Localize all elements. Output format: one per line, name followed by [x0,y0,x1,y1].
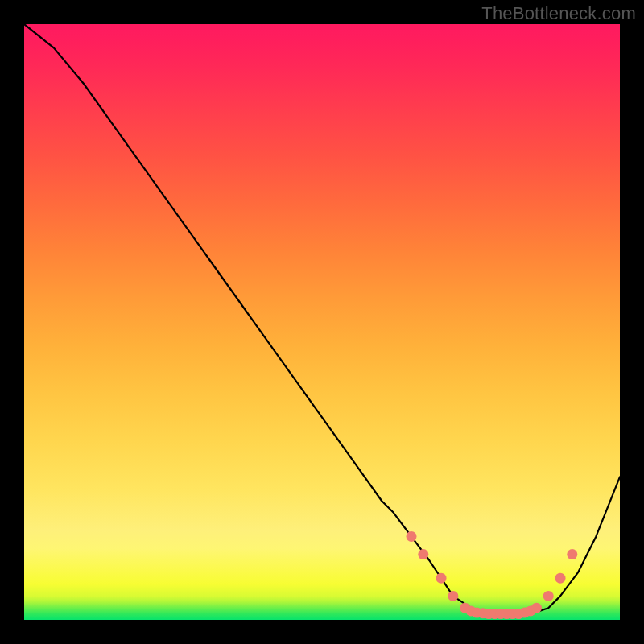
marker-dot [531,603,542,613]
marker-dot [448,591,458,601]
watermark-label: TheBottleneck.com [481,3,636,24]
bottleneck-curve [24,24,620,614]
marker-dot [418,549,428,559]
plot-area [24,24,620,620]
chart-frame: TheBottleneck.com [0,0,644,644]
marker-dot [567,549,577,559]
curve-layer [24,24,620,620]
marker-group [407,531,578,619]
marker-dot [543,591,554,601]
marker-dot [436,573,447,584]
marker-dot [555,573,566,584]
marker-dot [407,531,417,542]
